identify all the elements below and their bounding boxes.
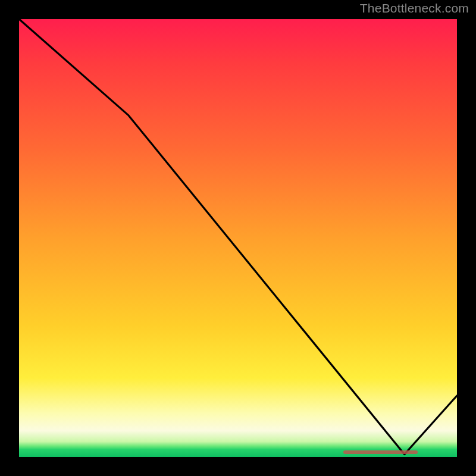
- minimum-marker: [343, 450, 418, 454]
- curve-path: [19, 19, 457, 455]
- watermark-text: TheBottleneck.com: [360, 1, 469, 15]
- plot-area: [19, 19, 457, 457]
- plot-svg: [19, 19, 457, 457]
- chart-frame: TheBottleneck.com: [0, 0, 476, 476]
